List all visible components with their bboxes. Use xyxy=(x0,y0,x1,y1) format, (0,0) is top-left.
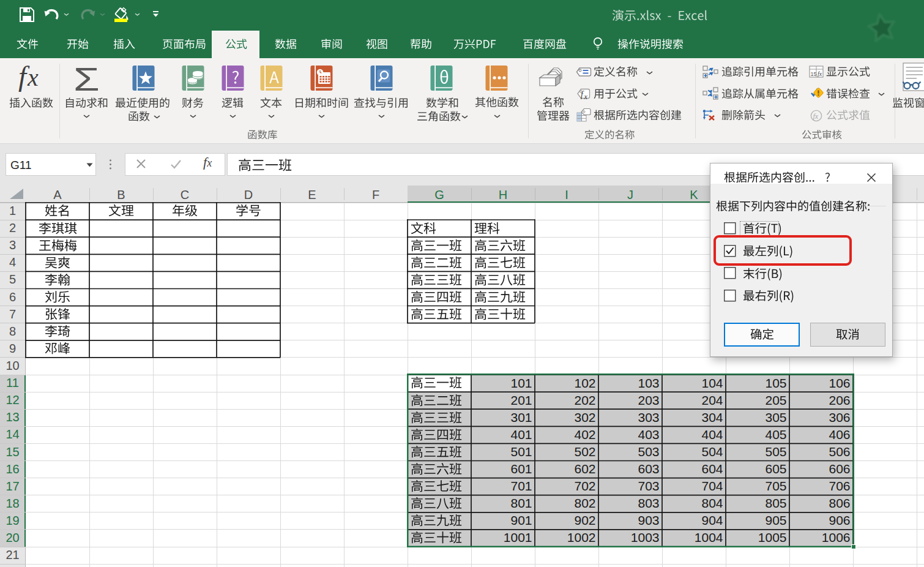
svg-text:x: x xyxy=(584,92,588,101)
svg-text:fx: fx xyxy=(818,70,822,77)
svg-text:15: 15 xyxy=(811,71,817,77)
svg-text:fx: fx xyxy=(813,112,819,121)
